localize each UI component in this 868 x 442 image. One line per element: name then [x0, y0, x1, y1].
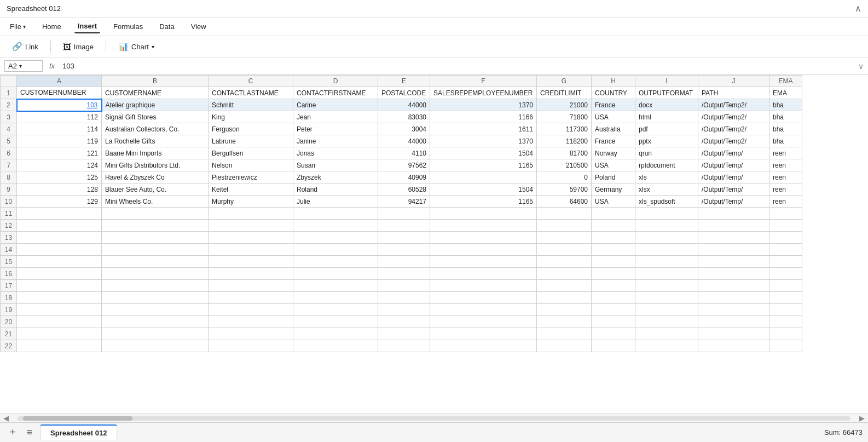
empty-cell-18-4[interactable] [378, 292, 430, 304]
cell-2-3[interactable]: Carine [293, 99, 378, 111]
cell-3-7[interactable]: USA [592, 111, 635, 123]
cell-2-1[interactable]: Atelier graphique [102, 99, 209, 111]
cell-5-6[interactable]: 118200 [537, 135, 592, 147]
cell-4-6[interactable]: 117300 [537, 123, 592, 135]
empty-cell-11-0[interactable] [17, 208, 102, 220]
col-header-j[interactable]: J [698, 76, 769, 87]
empty-cell-15-8[interactable] [635, 256, 698, 268]
empty-cell-20-4[interactable] [378, 316, 430, 328]
col-header-e[interactable]: E [378, 76, 430, 87]
empty-cell-16-10[interactable] [769, 268, 802, 280]
empty-cell-22-10[interactable] [769, 340, 802, 352]
empty-cell-13-0[interactable] [17, 232, 102, 244]
empty-cell-20-5[interactable] [430, 316, 537, 328]
empty-cell-17-0[interactable] [17, 280, 102, 292]
empty-cell-22-2[interactable] [209, 340, 293, 352]
menu-formulas[interactable]: Formulas [110, 20, 146, 33]
cell-2-4[interactable]: 44000 [378, 99, 430, 111]
empty-cell-14-6[interactable] [537, 244, 592, 256]
cell-8-6[interactable]: 0 [537, 171, 592, 183]
cell-3-6[interactable]: 71800 [537, 111, 592, 123]
close-icon[interactable]: ∧ [855, 3, 861, 14]
empty-cell-14-7[interactable] [592, 244, 635, 256]
empty-cell-18-6[interactable] [537, 292, 592, 304]
empty-cell-16-6[interactable] [537, 268, 592, 280]
cell-4-3[interactable]: Peter [293, 123, 378, 135]
scrollbar-track[interactable] [18, 416, 850, 421]
empty-cell-21-2[interactable] [209, 328, 293, 340]
header-contactlastname[interactable]: CONTACTLASTNAME [209, 87, 293, 99]
empty-cell-16-5[interactable] [430, 268, 537, 280]
empty-cell-16-2[interactable] [209, 268, 293, 280]
col-header-i[interactable]: I [635, 76, 698, 87]
empty-cell-17-8[interactable] [635, 280, 698, 292]
cell-4-10[interactable]: bha [769, 123, 802, 135]
cell-8-5[interactable] [430, 171, 537, 183]
cell-10-2[interactable]: Murphy [209, 196, 293, 208]
cell-4-1[interactable]: Australian Collectors, Co. [102, 123, 209, 135]
empty-cell-14-2[interactable] [209, 244, 293, 256]
col-header-b[interactable]: B [102, 76, 209, 87]
scroll-right-icon[interactable]: ▶ [856, 414, 868, 422]
cell-6-5[interactable]: 1504 [430, 147, 537, 159]
col-header-a[interactable]: A [17, 76, 102, 87]
cell-7-4[interactable]: 97562 [378, 159, 430, 171]
cell-6-7[interactable]: Norway [592, 147, 635, 159]
empty-cell-12-6[interactable] [537, 220, 592, 232]
cell-3-4[interactable]: 83030 [378, 111, 430, 123]
cell-8-10[interactable]: reen [769, 171, 802, 183]
cell-10-9[interactable]: /Output/Temp/ [698, 196, 769, 208]
cell-3-9[interactable]: /Output/Temp2/ [698, 111, 769, 123]
empty-cell-12-2[interactable] [209, 220, 293, 232]
empty-cell-21-4[interactable] [378, 328, 430, 340]
empty-cell-18-2[interactable] [209, 292, 293, 304]
empty-cell-13-5[interactable] [430, 232, 537, 244]
cell-4-8[interactable]: pdf [635, 123, 698, 135]
empty-cell-14-3[interactable] [293, 244, 378, 256]
empty-cell-15-7[interactable] [592, 256, 635, 268]
empty-cell-13-7[interactable] [592, 232, 635, 244]
cell-4-9[interactable]: /Output/Temp2/ [698, 123, 769, 135]
empty-cell-13-3[interactable] [293, 232, 378, 244]
empty-cell-16-7[interactable] [592, 268, 635, 280]
empty-cell-19-10[interactable] [769, 304, 802, 316]
empty-cell-12-0[interactable] [17, 220, 102, 232]
cell-5-0[interactable]: 119 [17, 135, 102, 147]
empty-cell-11-6[interactable] [537, 208, 592, 220]
empty-cell-16-4[interactable] [378, 268, 430, 280]
cell-8-1[interactable]: Havel & Zbyszek Co [102, 171, 209, 183]
empty-cell-22-7[interactable] [592, 340, 635, 352]
empty-cell-12-7[interactable] [592, 220, 635, 232]
empty-cell-11-4[interactable] [378, 208, 430, 220]
empty-cell-12-10[interactable] [769, 220, 802, 232]
scrollbar-thumb[interactable] [23, 416, 132, 421]
cell-2-6[interactable]: 21000 [537, 99, 592, 111]
sheet-menu-button[interactable]: ≡ [22, 424, 37, 440]
empty-cell-21-8[interactable] [635, 328, 698, 340]
empty-cell-22-0[interactable] [17, 340, 102, 352]
cell-9-10[interactable]: reen [769, 183, 802, 196]
empty-cell-20-3[interactable] [293, 316, 378, 328]
cell-10-1[interactable]: Mini Wheels Co. [102, 196, 209, 208]
cell-7-9[interactable]: /Output/Temp/ [698, 159, 769, 171]
empty-cell-22-3[interactable] [293, 340, 378, 352]
cell-6-9[interactable]: /Output/Temp/ [698, 147, 769, 159]
empty-cell-11-2[interactable] [209, 208, 293, 220]
empty-cell-15-6[interactable] [537, 256, 592, 268]
empty-cell-11-8[interactable] [635, 208, 698, 220]
empty-cell-15-0[interactable] [17, 256, 102, 268]
empty-cell-19-5[interactable] [430, 304, 537, 316]
empty-cell-11-9[interactable] [698, 208, 769, 220]
cell-8-7[interactable]: Poland [592, 171, 635, 183]
empty-cell-20-0[interactable] [17, 316, 102, 328]
empty-cell-15-2[interactable] [209, 256, 293, 268]
empty-cell-15-9[interactable] [698, 256, 769, 268]
cell-10-0[interactable]: 129 [17, 196, 102, 208]
empty-cell-20-10[interactable] [769, 316, 802, 328]
cell-9-5[interactable]: 1504 [430, 183, 537, 196]
empty-cell-12-5[interactable] [430, 220, 537, 232]
cell-2-8[interactable]: docx [635, 99, 698, 111]
formula-bar-expand-icon[interactable]: ∨ [858, 62, 864, 71]
empty-cell-21-1[interactable] [102, 328, 209, 340]
cell-10-8[interactable]: xls_spudsoft [635, 196, 698, 208]
